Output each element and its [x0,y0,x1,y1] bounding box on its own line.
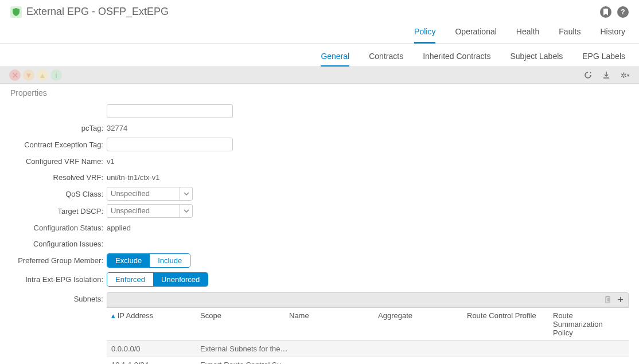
subnets-table: + IP Address Scope Name Aggregate Route … [107,292,629,364]
cell-route [467,345,553,353]
toolbar: ✕ ▼ ▲ i ✲▾ [0,66,639,84]
fault-major-icon[interactable]: ▼ [23,69,34,81]
row-pctag: pcTag: 32774 [10,122,629,134]
col-ip-address[interactable]: IP Address [111,311,200,337]
page-header: External EPG - OSFP_ExtEPG ? [0,0,639,21]
preferred-group-exclude[interactable]: Exclude [107,254,150,267]
tab-history[interactable]: History [600,24,625,44]
shield-icon [10,6,22,18]
header-left: External EPG - OSFP_ExtEPG [10,6,169,18]
contract-exception-input[interactable] [107,138,233,151]
bookmark-icon[interactable] [600,6,611,18]
subnets-columns: IP Address Scope Name Aggregate Route Co… [107,307,629,341]
tab-health[interactable]: Health [516,24,539,44]
chevron-down-icon [180,205,192,217]
contract-exception-label: Contract Exception Tag: [10,140,107,149]
subnets-label: Subnets: [10,292,107,364]
row-resolved-vrf: Resolved VRF: uni/tn-tn1/ctx-v1 [10,171,629,183]
row-config-status: Configuration Status: applied [10,221,629,234]
target-dscp-value: Unspecified [107,205,180,217]
row-configured-vrf: Configured VRF Name: v1 [10,155,629,167]
refresh-icon[interactable] [583,70,593,80]
cell-scope: Export Route Control Subnet [200,361,289,364]
row-target-dscp: Target DSCP: Unspecified [10,204,629,218]
resolved-vrf-label: Resolved VRF: [10,173,107,182]
row-preferred-group: Preferred Group Member: Exclude Include [10,253,629,268]
target-dscp-label: Target DSCP: [10,207,107,216]
isolation-enforced[interactable]: Enforced [107,273,153,286]
row-unknown-input [10,104,629,118]
help-icon[interactable]: ? [617,6,629,18]
table-row[interactable]: 10.1.1.0/24 Export Route Control Subnet [107,357,629,364]
target-dscp-select[interactable]: Unspecified [107,204,193,218]
qos-class-label: QoS Class: [10,190,107,198]
cell-ip: 10.1.1.0/24 [111,361,200,364]
page-title: External EPG - OSFP_ExtEPG [26,6,169,18]
row-qos-class: QoS Class: Unspecified [10,187,629,201]
form-area: pcTag: 32774 Contract Exception Tag: Con… [0,102,639,364]
col-route-summarization[interactable]: Route Summarization Policy [553,311,624,337]
subtab-epg-labels[interactable]: EPG Labels [582,49,625,66]
plus-icon[interactable]: + [617,294,624,306]
isolation-unenforced[interactable]: Unenforced [153,273,208,286]
pctag-value: 32774 [107,124,127,132]
primary-tabs: Policy Operational Health Faults History [0,21,639,44]
row-contract-exception: Contract Exception Tag: [10,138,629,151]
col-name[interactable]: Name [289,311,378,337]
subnets-toolbar: + [107,292,629,307]
col-aggregate[interactable]: Aggregate [378,311,467,337]
preferred-group-label: Preferred Group Member: [10,256,107,265]
unknown-input[interactable] [107,104,233,118]
config-status-label: Configuration Status: [10,224,107,232]
preferred-group-include[interactable]: Include [150,254,190,267]
config-status-value: applied [107,224,131,232]
cell-name [289,345,378,353]
fault-critical-icon[interactable]: ✕ [9,69,21,81]
properties-heading: Properties [0,84,639,102]
pctag-label: pcTag: [10,124,107,132]
table-row[interactable]: 0.0.0.0/0 External Subnets for the E... [107,341,629,357]
subtab-subject-labels[interactable]: Subject Labels [510,49,563,66]
config-issues-label: Configuration Issues: [10,240,107,248]
cell-summ [553,345,624,353]
row-config-issues: Configuration Issues: [10,237,629,250]
row-isolation: Intra Ext-EPG Isolation: Enforced Unenfo… [10,272,629,287]
col-route-control[interactable]: Route Control Profile [467,311,553,337]
header-right: ? [600,6,629,18]
subtab-inherited-contracts[interactable]: Inherited Contracts [423,49,490,66]
subtab-general[interactable]: General [321,49,349,66]
cell-aggregate [378,361,467,364]
isolation-toggle: Enforced Unenforced [107,272,208,287]
resolved-vrf-value: uni/tn-tn1/ctx-v1 [107,173,160,182]
tools-icon[interactable]: ✲▾ [619,70,630,80]
tab-faults[interactable]: Faults [559,24,580,44]
qos-class-select[interactable]: Unspecified [107,187,193,201]
tab-operational[interactable]: Operational [455,24,496,44]
secondary-tabs: General Contracts Inherited Contracts Su… [0,44,639,66]
chevron-down-icon [180,187,192,200]
fault-warn-icon[interactable]: i [50,69,62,81]
cell-scope: External Subnets for the E... [200,345,289,353]
cell-aggregate [378,345,467,353]
cell-name [289,361,378,364]
trash-icon[interactable] [604,295,611,305]
fault-counters: ✕ ▼ ▲ i [9,69,62,81]
preferred-group-toggle: Exclude Include [107,253,190,268]
configured-vrf-label: Configured VRF Name: [10,157,107,166]
col-scope[interactable]: Scope [200,311,289,337]
tab-policy[interactable]: Policy [414,24,435,44]
cell-ip: 0.0.0.0/0 [111,345,200,353]
configured-vrf-value: v1 [107,157,115,166]
download-icon[interactable] [601,70,611,80]
toolbar-actions: ✲▾ [583,70,630,80]
row-subnets: Subnets: + IP Address Scope Name Aggrega… [10,292,629,364]
fault-minor-icon[interactable]: ▲ [37,69,48,81]
qos-class-value: Unspecified [107,187,180,200]
cell-summ [553,361,624,364]
cell-route [467,361,553,364]
isolation-label: Intra Ext-EPG Isolation: [10,275,107,284]
subtab-contracts[interactable]: Contracts [369,49,403,66]
